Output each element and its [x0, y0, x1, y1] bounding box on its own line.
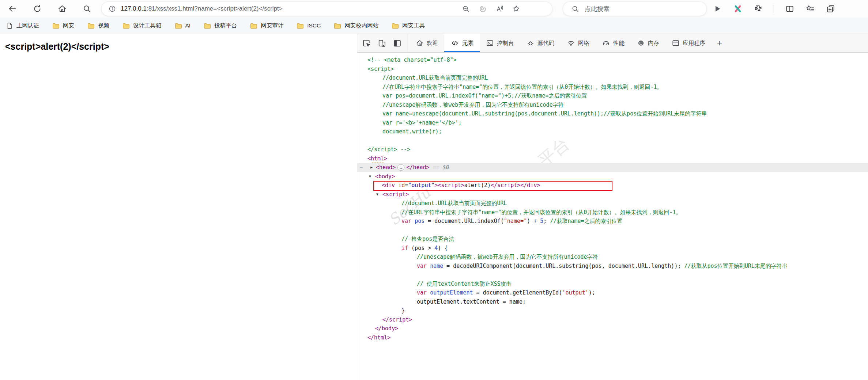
tab-label: 性能: [613, 39, 624, 47]
code-line[interactable]: //document.URL获取当前页面完整的URL: [357, 199, 868, 208]
code-line[interactable]: outputElement.textContent = name;: [357, 297, 868, 307]
read-aloud-icon[interactable]: [495, 4, 504, 13]
home-icon: [416, 39, 424, 47]
body-element-row[interactable]: ▼<body>: [357, 172, 868, 181]
devtools-tab-home[interactable]: 欢迎: [410, 34, 444, 52]
bookmark-item[interactable]: 上网认证: [6, 22, 39, 30]
code-blank-line[interactable]: [357, 270, 868, 280]
code-line[interactable]: //在URL字符串中搜索子字符串"name="的位置，并返回该位置的索引（从0开…: [357, 208, 868, 217]
devtools-tab-console[interactable]: 控制台: [480, 34, 520, 52]
code-line[interactable]: // 使用textContent来防止XSS攻击: [357, 280, 868, 289]
code-line-text: var r='<b>'+name+'</b>';: [357, 118, 868, 128]
devtools-tab-network[interactable]: 网络: [561, 34, 596, 52]
script-element-row[interactable]: ▼<script>: [357, 190, 868, 199]
code-line[interactable]: //在URL字符串中搜索子字符串"name="的位置，并返回该位置的索引（从0开…: [357, 83, 868, 92]
disclosure-arrow[interactable]: ▶: [370, 163, 373, 172]
dock-side-icon[interactable]: [392, 38, 402, 48]
code-line[interactable]: var name = decodeURIComponent(document.U…: [357, 262, 868, 271]
favorites-list-icon[interactable]: [805, 4, 815, 14]
bookmark-item[interactable]: 投稿平台: [203, 22, 237, 30]
x-extension-icon[interactable]: [733, 4, 743, 14]
code-line[interactable]: var name=unescape(document.URL.substring…: [357, 109, 868, 118]
folder-icon: [52, 22, 60, 30]
bookmark-item[interactable]: 网安审计: [250, 22, 283, 30]
extensions-icon[interactable]: [753, 4, 763, 14]
code-line[interactable]: var pos = document.URL.indexOf("name=") …: [357, 217, 868, 226]
code-line[interactable]: }: [357, 306, 868, 315]
browser-toolbar: 127.0.0.1:81/xss/xss1.html?name=<script>…: [0, 0, 868, 18]
code-line[interactable]: // 检查pos是否合法: [357, 235, 868, 244]
zoom-out-icon[interactable]: [461, 4, 470, 13]
code-line[interactable]: //document.URL获取当前页面完整的URL: [357, 73, 868, 83]
folder-icon: [296, 22, 304, 30]
code-line-text: </script>: [357, 315, 868, 324]
toolbar-search-button[interactable]: [82, 3, 93, 14]
home-icon: [57, 4, 67, 14]
devtools-tabs: 欢迎元素控制台源代码网络性能内存应用程序: [410, 34, 712, 52]
more-tabs-button[interactable]: +: [712, 34, 728, 52]
code-line-text: //document.URL获取当前页面完整的URL: [357, 199, 868, 208]
more-adorner[interactable]: ⋯: [359, 163, 363, 172]
inspect-element-icon[interactable]: [362, 38, 371, 48]
toolbar-divider: [774, 5, 774, 13]
code-line-text: //unescape解码函数，被web开发弃用，因为它不支持所有unicode字…: [357, 252, 868, 262]
device-toolbar-icon[interactable]: [377, 38, 386, 48]
code-line[interactable]: //unescape解码函数，被web开发弃用，因为它不支持所有unicode字…: [357, 252, 868, 262]
search-box-icon: [571, 5, 580, 13]
code-blank-line[interactable]: [357, 136, 868, 145]
folder-icon: [87, 22, 95, 30]
split-screen-icon[interactable]: [785, 4, 795, 14]
code-line[interactable]: var pos=document.URL.indexOf("name=")+5;…: [357, 91, 868, 100]
bookmark-item[interactable]: ISCC: [296, 22, 321, 30]
code-line[interactable]: </script>: [357, 315, 868, 324]
devtools-tab-performance[interactable]: 性能: [596, 34, 631, 52]
favorite-star-icon[interactable]: [512, 4, 521, 13]
bookmark-label: 网安工具: [402, 22, 425, 30]
play-icon[interactable]: [712, 4, 722, 14]
bookmark-item[interactable]: 网安校内网站: [333, 22, 378, 30]
devtools-tab-elements[interactable]: 元素: [444, 34, 480, 52]
tab-label: 应用程序: [683, 39, 705, 47]
output-div-row[interactable]: <div id="output"><script>alert(2)</scrip…: [357, 181, 868, 190]
code-line[interactable]: <!-- <meta charset="utf-8">: [357, 56, 868, 65]
code-line[interactable]: if (pos > 4) {: [357, 244, 868, 253]
code-line[interactable]: <script>: [357, 65, 868, 74]
memory-icon: [637, 39, 645, 47]
code-line[interactable]: var outputElement = document.getElementB…: [357, 288, 868, 297]
code-line[interactable]: </script> -->: [357, 145, 868, 154]
bookmark-label: 网安: [63, 22, 74, 30]
code-line-text: }: [357, 306, 868, 315]
code-line[interactable]: var r='<b>'+name+'</b>';: [357, 118, 868, 128]
devtools-tab-memory[interactable]: 内存: [631, 34, 665, 52]
bookmark-item[interactable]: AI: [174, 22, 191, 30]
refresh-button[interactable]: [32, 3, 43, 14]
site-info-icon[interactable]: [108, 5, 116, 13]
back-button[interactable]: [7, 3, 18, 14]
bookmark-label: 设计工具箱: [133, 22, 162, 30]
bookmark-item[interactable]: 视频: [87, 22, 109, 30]
bookmark-item[interactable]: 设计工具箱: [122, 22, 162, 30]
devtools-tab-sources[interactable]: 源代码: [520, 34, 561, 52]
head-element-row[interactable]: ⋯▶<head>…</head> == $0: [357, 163, 868, 172]
search-box[interactable]: 点此搜索: [563, 2, 706, 16]
html-element-row[interactable]: <html>: [357, 154, 868, 163]
address-bar[interactable]: 127.0.0.1:81/xss/xss1.html?name=<script>…: [102, 2, 552, 16]
code-line-text: var outputElement = document.getElementB…: [357, 288, 868, 297]
code-line[interactable]: //unescape解码函数，被web开发弃用，因为它不支持所有unicode字…: [357, 100, 868, 110]
bookmark-item[interactable]: 网安工具: [391, 22, 425, 30]
devtools-tab-application[interactable]: 应用程序: [665, 34, 712, 52]
code-blank-line[interactable]: [357, 226, 868, 235]
code-line[interactable]: </body>: [357, 324, 868, 333]
code-line-text: <script>: [357, 190, 868, 199]
code-line-text: //在URL字符串中搜索子字符串"name="的位置，并返回该位置的索引（从0开…: [357, 83, 868, 92]
home-button[interactable]: [57, 3, 68, 14]
tab-group-icon[interactable]: [826, 4, 835, 14]
code-line[interactable]: </html>: [357, 333, 868, 342]
code-line[interactable]: document.write(r);: [357, 127, 868, 136]
translate-icon[interactable]: [478, 4, 487, 13]
bookmark-item[interactable]: 网安: [52, 22, 74, 30]
page-icon: [6, 22, 13, 30]
disclosure-arrow[interactable]: ▼: [369, 172, 371, 181]
bookmark-label: 上网认证: [16, 22, 39, 30]
disclosure-arrow[interactable]: ▼: [376, 190, 378, 199]
